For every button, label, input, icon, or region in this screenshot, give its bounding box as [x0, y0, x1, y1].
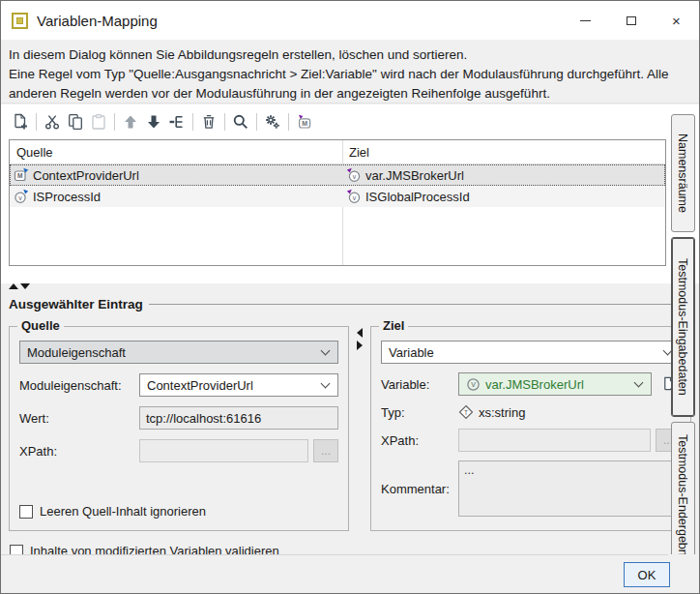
app-icon: [12, 13, 28, 29]
table-row[interactable]: M ContextProviderUrl v var.JMSBrokerUrl: [10, 164, 665, 186]
tab-testmodus-endergebnis[interactable]: Testmodus-Endergebnis: [671, 422, 695, 577]
move-down-icon: [145, 113, 162, 131]
toolbar-separator: [192, 113, 193, 131]
bottom-bar: OK: [1, 554, 699, 593]
variable-select[interactable]: V var.JMSBrokerUrl: [458, 372, 652, 396]
source-type-select[interactable]: Moduleigenschaft: [19, 341, 338, 364]
toolbar-separator: [224, 113, 225, 131]
svg-text:V: V: [471, 381, 476, 388]
ziel-group-title: Ziel: [379, 318, 408, 333]
add-rule-icon: [12, 113, 29, 131]
moduleigenschaft-label: Moduleigenschaft:: [19, 378, 139, 393]
variable-icon: V: [466, 377, 481, 392]
maximize-icon: [627, 16, 636, 25]
settings-button[interactable]: [261, 110, 284, 134]
paste-button: [87, 110, 110, 134]
source-xpath-browse-button: ...: [313, 439, 338, 462]
wert-label: Wert:: [19, 411, 139, 426]
table-row[interactable]: v ISProcessId v ISGlobalProcessId: [10, 186, 665, 207]
panel-splitter[interactable]: [9, 283, 30, 289]
typ-value: xs:string: [479, 405, 525, 420]
collapse-down-icon[interactable]: [20, 283, 30, 289]
chevron-down-icon: [321, 378, 331, 388]
toolbar-separator: [288, 113, 289, 131]
target-type-select[interactable]: Variable: [381, 341, 681, 364]
rule-source-label: ContextProviderUrl: [33, 168, 139, 183]
search-button[interactable]: [229, 110, 252, 134]
variable-icon: v: [346, 167, 362, 183]
chevron-down-icon: [634, 377, 644, 387]
toolbar-separator: [36, 113, 37, 131]
variable-icon: v: [14, 189, 29, 204]
copy-icon: [67, 113, 84, 131]
ignore-empty-source-checkbox[interactable]: [19, 505, 33, 519]
wert-field[interactable]: tcp://localhost:61616: [139, 406, 338, 430]
quelle-group: Quelle Moduleigenschaft Moduleigenschaft…: [9, 326, 349, 531]
move-up-button: [119, 110, 142, 134]
collapse-up-icon[interactable]: [9, 283, 18, 289]
tab-namensraeume[interactable]: Namensräume: [671, 114, 695, 232]
column-header-ziel[interactable]: Ziel: [342, 140, 665, 163]
side-tab-strip: Namensräume Testmodus-Eingabedaten Testm…: [668, 114, 697, 577]
add-rule-button[interactable]: [9, 110, 32, 134]
target-xpath-field: [458, 429, 651, 452]
tab-testmodus-eingabedaten[interactable]: Testmodus-Eingabedaten: [671, 237, 695, 417]
description-line1: In diesem Dialog können Sie Abbildungsre…: [9, 45, 691, 65]
move-up-icon: [122, 113, 139, 131]
xpath-label: XPath:: [19, 444, 139, 459]
svg-text:v: v: [18, 194, 22, 201]
ignore-empty-source-checkbox-row[interactable]: Leeren Quell-Inhalt ignorieren: [19, 504, 338, 519]
source-type-value: Moduleigenschaft: [27, 345, 126, 360]
group-splitter[interactable]: [349, 326, 370, 531]
copy-button[interactable]: [64, 110, 87, 134]
move-down-button[interactable]: [142, 110, 165, 134]
link-rule-button[interactable]: [165, 110, 189, 134]
source-xpath-field: [139, 439, 308, 462]
settings-icon: [264, 113, 281, 131]
moduleigenschaft-value: ContextProviderUrl: [147, 378, 253, 393]
mapping-rules-table: Quelle Ziel M ContextProviderUrl v var.J…: [9, 139, 666, 266]
toolbar-separator: [256, 113, 257, 131]
rule-toolbar: M: [1, 104, 699, 137]
variable-label: Variable:: [381, 377, 458, 392]
kommentar-textarea[interactable]: ...: [458, 460, 681, 517]
svg-text:T: T: [464, 409, 468, 416]
module-mapping-button[interactable]: M: [293, 110, 316, 134]
column-header-quelle[interactable]: Quelle: [10, 140, 342, 163]
svg-text:v: v: [353, 173, 357, 180]
description-line2: Eine Regel vom Typ "Quelle:Ausgangsnachr…: [9, 65, 691, 104]
svg-text:v: v: [353, 194, 357, 201]
rule-source-label: ISProcessId: [33, 190, 101, 204]
rule-target-label: ISGlobalProcessId: [365, 190, 470, 204]
collapse-left-icon[interactable]: [357, 328, 363, 338]
minimize-icon: [580, 20, 591, 21]
table-header: Quelle Ziel: [10, 140, 665, 164]
module-property-icon: M: [14, 167, 29, 183]
chevron-down-icon: [321, 345, 331, 355]
ignore-empty-source-label: Leeren Quell-Inhalt ignorieren: [40, 504, 206, 519]
kommentar-label: Kommentar:: [381, 482, 458, 496]
dialog-description: In diesem Dialog können Sie Abbildungsre…: [1, 40, 699, 104]
cut-icon: [44, 113, 61, 131]
delete-button[interactable]: [197, 110, 220, 134]
variable-icon: v: [346, 189, 362, 204]
cut-button[interactable]: [41, 110, 64, 134]
svg-text:M: M: [302, 120, 307, 127]
title-bar: Variablen-Mapping ×: [1, 1, 699, 40]
toolbar-separator: [114, 113, 115, 131]
close-button[interactable]: ×: [654, 1, 699, 40]
quelle-group-title: Quelle: [17, 318, 64, 333]
variable-value: var.JMSBrokerUrl: [485, 377, 584, 392]
delete-icon: [200, 113, 218, 131]
collapse-right-icon[interactable]: [357, 341, 363, 350]
window-title: Variablen-Mapping: [37, 13, 158, 29]
link-rule-icon: [168, 113, 186, 131]
svg-text:M: M: [17, 172, 22, 179]
moduleigenschaft-select[interactable]: ContextProviderUrl: [139, 373, 338, 397]
variablen-mapping-dialog: Variablen-Mapping × In diesem Dialog kön…: [0, 0, 700, 594]
maximize-button[interactable]: [608, 1, 654, 40]
minimize-button[interactable]: [563, 1, 608, 40]
ok-button[interactable]: OK: [624, 562, 670, 587]
wert-value: tcp://localhost:61616: [146, 411, 261, 426]
paste-icon: [90, 113, 107, 131]
